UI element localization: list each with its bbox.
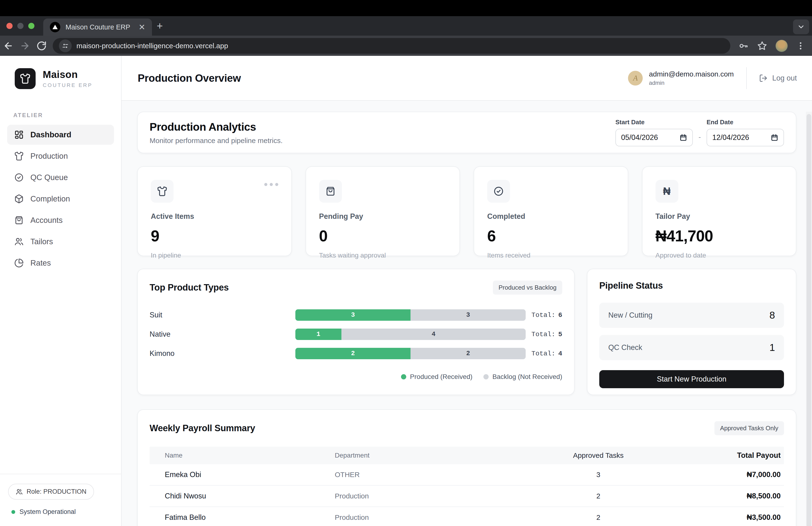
shirt-icon — [157, 186, 168, 197]
stat-value: ₦41,700 — [655, 227, 783, 245]
start-date-input[interactable]: 05/04/2026 — [615, 129, 693, 146]
cell-total-payout: ₦8,500.00 — [681, 492, 784, 500]
charts-row: Top Product Types Produced vs Backlog Su… — [137, 269, 796, 395]
system-status: System Operational — [11, 508, 113, 515]
shirt-icon — [20, 73, 31, 84]
scrollbar-thumb[interactable] — [807, 114, 811, 526]
page-scrollbar — [806, 112, 812, 526]
bar-category-label: Suit — [149, 311, 295, 319]
sidebar-item-dashboard[interactable]: Dashboard — [7, 125, 114, 145]
forward-button[interactable] — [17, 41, 33, 51]
stat-card-active-items: Active Items 9 In pipeline — [137, 166, 292, 256]
password-key-icon[interactable] — [738, 41, 749, 51]
sidebar-item-production[interactable]: Production — [7, 146, 114, 166]
sidebar-item-label: QC Queue — [30, 173, 68, 182]
table-row: Emeka Obi OTHER 3 ₦7,000.00 — [149, 464, 784, 486]
browser-window: Maison Couture ERP ✕ + maison-production… — [0, 0, 812, 526]
browser-menu-kebab-icon[interactable] — [796, 41, 806, 51]
shopping-bag-icon — [14, 215, 24, 225]
start-date-value: 05/04/2026 — [621, 133, 676, 142]
shopping-bag-icon — [325, 186, 336, 197]
stacked-bar: 2 2 — [295, 348, 526, 359]
stat-value: 6 — [487, 227, 615, 245]
cell-department: Production — [335, 513, 515, 522]
bar-total: Total:5 — [526, 331, 562, 338]
sidebar-nav: Dashboard Production QC Queue Completion… — [0, 125, 121, 273]
top-product-types-card: Top Product Types Produced vs Backlog Su… — [137, 269, 575, 395]
stat-icon-box: ₦ — [655, 180, 678, 203]
macos-menubar — [0, 0, 812, 16]
browser-tab[interactable]: Maison Couture ERP ✕ — [43, 18, 152, 35]
forward-arrow-icon — [20, 41, 30, 51]
stat-card-pending-pay: Pending Pay 0 Tasks waiting approval — [306, 166, 460, 256]
card-ellipsis-icon[interactable] — [264, 183, 278, 186]
back-arrow-icon — [3, 41, 14, 51]
status-dot — [11, 510, 15, 514]
url-bar[interactable]: maison-production-intelligence-demo.verc… — [53, 38, 730, 54]
new-tab-button[interactable]: + — [157, 16, 163, 35]
stat-icon-box — [319, 180, 342, 203]
cell-total-payout: ₦7,000.00 — [681, 470, 784, 479]
production-analytics-card: Production Analytics Monitor performance… — [137, 112, 796, 153]
bar-category-label: Kimono — [149, 349, 295, 358]
cell-department: Production — [335, 492, 515, 500]
brand: Maison COUTURE ERP — [0, 56, 121, 89]
reload-icon — [36, 41, 47, 51]
avatar: A — [628, 71, 643, 86]
circle-check-icon — [493, 186, 504, 197]
url-text: maison-production-intelligence-demo.verc… — [76, 42, 228, 50]
logout-button[interactable]: Log out — [759, 74, 797, 83]
calendar-icon[interactable] — [771, 134, 778, 141]
payroll-badge: Approved Tasks Only — [714, 421, 784, 435]
legend-dot-green — [401, 374, 406, 380]
reload-button[interactable] — [33, 41, 50, 51]
sidebar-item-qc-queue[interactable]: QC Queue — [7, 168, 114, 187]
table-row: Chidi Nwosu Production 2 ₦8,500.00 — [149, 486, 784, 507]
pipeline-status-card: Pipeline Status New / Cutting 8 QC Check… — [587, 269, 796, 395]
pipeline-count: 1 — [769, 342, 775, 353]
sidebar-item-accounts[interactable]: Accounts — [7, 210, 114, 230]
calendar-icon[interactable] — [680, 134, 687, 141]
cell-approved-tasks: 2 — [515, 513, 681, 522]
site-settings-chip[interactable] — [59, 40, 72, 52]
produced-segment: 1 — [295, 329, 342, 340]
sidebar-item-rates[interactable]: Rates — [7, 253, 114, 273]
stacked-bar: 3 3 — [295, 309, 526, 321]
close-window-button[interactable] — [6, 23, 13, 29]
sidebar-item-completion[interactable]: Completion — [7, 189, 114, 209]
naira-icon: ₦ — [663, 185, 671, 197]
zoom-window-button[interactable] — [28, 23, 34, 29]
minimize-window-button[interactable] — [17, 23, 24, 29]
browser-profile-avatar[interactable] — [775, 40, 788, 52]
sidebar-item-label: Rates — [30, 258, 51, 268]
sidebar-item-tailors[interactable]: Tailors — [7, 232, 114, 252]
stat-cards-row: Active Items 9 In pipeline Pending Pay 0… — [137, 166, 796, 256]
bookmark-star-icon[interactable] — [757, 41, 767, 51]
sidebar-item-label: Completion — [30, 194, 70, 203]
chart-badge: Produced vs Backlog — [493, 281, 562, 295]
pipeline-row-qc-check: QC Check 1 — [599, 335, 784, 360]
tab-search-chevron-button[interactable] — [793, 19, 809, 34]
sidebar-footer: Role: PRODUCTION System Operational — [0, 474, 121, 526]
start-new-production-button[interactable]: Start New Production — [599, 370, 784, 388]
tab-title: Maison Couture ERP — [66, 23, 133, 31]
user-role: admin — [649, 80, 734, 86]
stat-sub: In pipeline — [151, 252, 278, 259]
end-date-input[interactable]: 12/04/2026 — [707, 129, 784, 146]
stat-icon-box — [487, 180, 510, 203]
logout-icon — [759, 74, 768, 83]
dashboard-content: Production Analytics Monitor performance… — [121, 101, 812, 526]
date-range-controls: Start Date 05/04/2026 - End Date 12/04/2… — [615, 118, 784, 146]
back-button[interactable] — [0, 41, 17, 51]
site-settings-icon — [62, 42, 69, 49]
backlog-segment: 3 — [410, 309, 526, 321]
analytics-subtitle: Monitor performance and pipeline metrics… — [149, 137, 282, 145]
chevron-down-icon — [797, 23, 805, 31]
stat-card-tailor-pay: ₦ Tailor Pay ₦41,700 Approved to date — [642, 166, 797, 256]
start-date-label: Start Date — [615, 118, 693, 126]
tab-close-icon[interactable]: ✕ — [139, 23, 146, 31]
toolbar-actions — [730, 40, 812, 52]
browser-toolbar: maison-production-intelligence-demo.verc… — [0, 35, 812, 56]
app-page: Maison COUTURE ERP ATELIER Dashboard Pro… — [0, 56, 812, 526]
backlog-segment: 2 — [410, 348, 526, 359]
